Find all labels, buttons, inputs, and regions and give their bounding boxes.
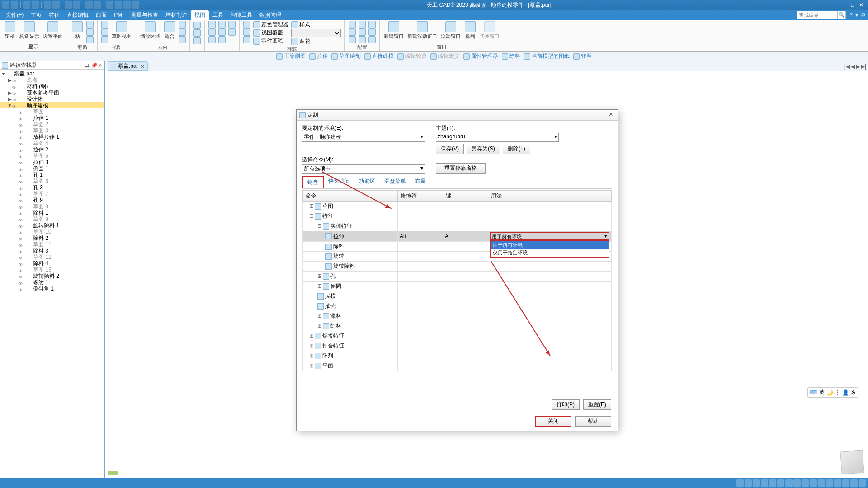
ime-bar[interactable]: ⌨ 英 🌙 ⋮ 👤 ⚙ [807, 387, 858, 398]
tab-ribbon[interactable]: 功能区 [354, 176, 380, 188]
tree-node[interactable]: 旋转除料 2 [0, 273, 104, 279]
grid-row[interactable]: ⊞倒圆 [303, 282, 612, 291]
tree-node[interactable]: 倒斜角 1 [0, 286, 104, 292]
qat-new-icon[interactable] [23, 1, 30, 9]
tree-node[interactable]: 除料 4 [0, 260, 104, 267]
menu-view[interactable]: 视图 [191, 10, 209, 20]
print-button[interactable]: 打印(P) [552, 399, 580, 410]
rbtn-viewoverlay[interactable]: 视图覆盖 [252, 29, 289, 37]
tb-sketch[interactable]: 草图绘制 [331, 52, 361, 60]
rbtn-float[interactable]: 浮动窗口 [439, 21, 462, 40]
tab-nav-first[interactable]: |◀ [844, 63, 850, 70]
grid-row[interactable]: ⊞添料 [303, 311, 612, 321]
rbtn-small[interactable] [100, 28, 109, 36]
qat-tool-icon[interactable] [123, 1, 131, 9]
tree-node[interactable]: 拉伸 1 [0, 115, 104, 121]
tb-isoview[interactable]: 正等测图 [276, 52, 306, 60]
rbtn-small[interactable] [368, 21, 377, 28]
rbtn-small[interactable] [348, 28, 357, 36]
tb-goto[interactable]: 转至 [573, 52, 592, 60]
rbtn-small[interactable] [178, 21, 187, 28]
grid-row[interactable]: ⊞草图 [303, 202, 612, 211]
rbtn-small[interactable] [227, 28, 236, 36]
help-icon[interactable]: ? [849, 12, 853, 18]
rbtn-newwin[interactable]: 新建窗口 [382, 21, 405, 40]
ime-moon-icon[interactable]: 🌙 [826, 389, 833, 396]
tb-direct[interactable]: 直接建模 [364, 52, 394, 60]
tab-nav-next[interactable]: ▶ [856, 63, 860, 70]
keyboard-grid[interactable]: 命令 修饰符 键 用法 ⊞草图⊟特征⊟实体特征拉伸AltA用于所有环境用于所有环… [302, 190, 612, 384]
col-key[interactable]: 键 [443, 191, 488, 202]
save-button[interactable]: 保存(V) [436, 144, 464, 154]
status-icon[interactable] [761, 479, 768, 487]
tb-cut[interactable]: 除料 [502, 52, 520, 60]
rbtn-small[interactable] [217, 36, 226, 43]
maximize-icon[interactable]: □ [851, 2, 854, 8]
status-icon[interactable] [736, 479, 744, 487]
tb-extrude[interactable]: 拉伸 [309, 52, 328, 60]
grid-row[interactable]: ⊞除料 [303, 321, 612, 331]
grid-row[interactable]: 拔模 [303, 291, 612, 301]
tree-node[interactable]: 孔 9 [0, 197, 104, 203]
ime-gear-icon[interactable]: ⚙ [851, 389, 856, 396]
rbtn-small[interactable] [193, 22, 202, 29]
close-icon[interactable]: ✕ [859, 2, 863, 8]
grid-row[interactable]: 抽壳 [303, 301, 612, 311]
rbtn-zoomarea[interactable]: 缩放区域 [139, 21, 161, 40]
qat-tool-icon[interactable] [132, 1, 139, 9]
rbtn-small[interactable] [227, 21, 236, 28]
app-icon[interactable] [2, 1, 9, 9]
qat-save-icon[interactable] [11, 1, 18, 9]
menu-data[interactable]: 数据管理 [256, 10, 285, 20]
ime-person-icon[interactable]: 👤 [842, 389, 849, 396]
menu-home[interactable]: 主页 [27, 10, 45, 20]
view-cube[interactable] [840, 450, 864, 474]
rbtn-sketchview[interactable]: 草图视图 [110, 21, 133, 40]
col-modifier[interactable]: 修饰符 [398, 191, 443, 202]
status-icon[interactable] [753, 479, 760, 487]
tree-node[interactable]: 草图 12 [0, 254, 104, 260]
search-icon[interactable]: 🔍 [838, 11, 846, 19]
status-icon[interactable] [769, 479, 776, 487]
status-icon[interactable] [818, 479, 825, 487]
rbtn-small[interactable] [242, 21, 251, 28]
sb-opts-icon[interactable]: ⇄ [85, 62, 90, 69]
tree-node[interactable]: ▼顺序建模 [0, 102, 104, 108]
rbtn-small[interactable] [85, 28, 94, 36]
rbtn-small[interactable] [85, 36, 94, 43]
rbtn-plane[interactable]: 设置平面 [42, 21, 64, 40]
rbtn-decal[interactable]: 贴花 [290, 38, 342, 45]
grid-row[interactable]: 拉伸AltA用于所有环境用于所有环境仅用于指定环境 [303, 231, 612, 242]
tab-keyboard[interactable]: 键盘 [302, 176, 324, 188]
tree-node[interactable]: 孔 1 [0, 172, 104, 178]
tree-node[interactable]: 草图 6 [0, 178, 104, 184]
menu-directedit[interactable]: 直接编辑 [63, 10, 92, 20]
reset-button[interactable]: 重置(E) [583, 399, 611, 410]
rbtn-small[interactable] [242, 36, 251, 43]
rbtn-small[interactable] [368, 36, 377, 43]
minimize-icon[interactable]: — [841, 2, 847, 8]
col-command[interactable]: 命令 [303, 191, 398, 202]
menu-pmi[interactable]: PMI [110, 11, 127, 19]
status-icon[interactable] [785, 479, 793, 487]
rbtn-construct[interactable]: 构造显示 [18, 21, 41, 40]
usage-option[interactable]: 仅用于指定环境 [491, 249, 609, 257]
rbtn-brush[interactable]: 零件画笔 [252, 37, 289, 45]
theme-select[interactable]: zhangrunru▾ [436, 133, 559, 142]
tree-node[interactable]: 除料 3 [0, 248, 104, 254]
rbtn-colormgr[interactable]: 颜色管理器 [252, 21, 289, 28]
tab-nav-prev[interactable]: ◀ [851, 63, 855, 70]
status-icon[interactable] [859, 479, 866, 487]
rbtn-small[interactable] [348, 21, 357, 28]
rbtn-small[interactable] [208, 36, 217, 43]
rbtn-small[interactable] [242, 28, 251, 36]
tree-node[interactable]: ▶基本参考平面 [0, 89, 104, 96]
tree-node[interactable]: 除料 1 [0, 210, 104, 216]
rbtn-style[interactable]: 样式 [290, 21, 342, 28]
tree-node[interactable]: ▶原点 [0, 77, 104, 83]
cmd-select[interactable]: 所有选项卡▾ [302, 164, 425, 174]
model-tree[interactable]: ▼泵盖.par▶原点材料 (钢)▶基本参考平面▶设计体▼顺序建模草图 1拉伸 1… [0, 70, 104, 478]
tree-node[interactable]: 草图 1 [0, 108, 104, 115]
qat-cursor-icon[interactable] [106, 1, 113, 9]
status-icon[interactable] [745, 479, 752, 487]
